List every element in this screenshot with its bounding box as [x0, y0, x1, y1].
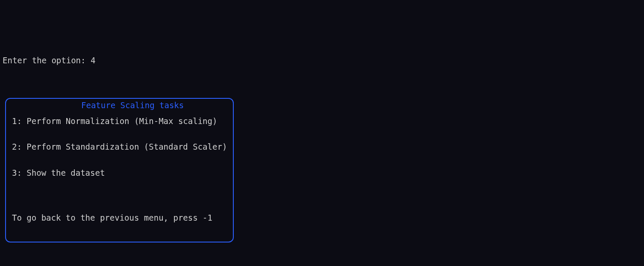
- menu-box-1: Feature Scaling tasks 1: Perform Normali…: [5, 80, 641, 242]
- menu-back: To go back to the previous menu, press -…: [12, 211, 227, 224]
- menu-item: 3: Show the dataset: [12, 166, 227, 179]
- prompt-label: Enter the option:: [3, 56, 91, 65]
- menu-item: 2: Perform Standardization (Standard Sca…: [12, 140, 227, 153]
- prompt-value: 4: [91, 56, 95, 65]
- menu-frame: 1: Perform Normalization (Min-Max scalin…: [5, 98, 234, 242]
- menu-item: 1: Perform Normalization (Min-Max scalin…: [12, 115, 227, 127]
- prompt-line-1[interactable]: Enter the option: 4: [3, 54, 641, 67]
